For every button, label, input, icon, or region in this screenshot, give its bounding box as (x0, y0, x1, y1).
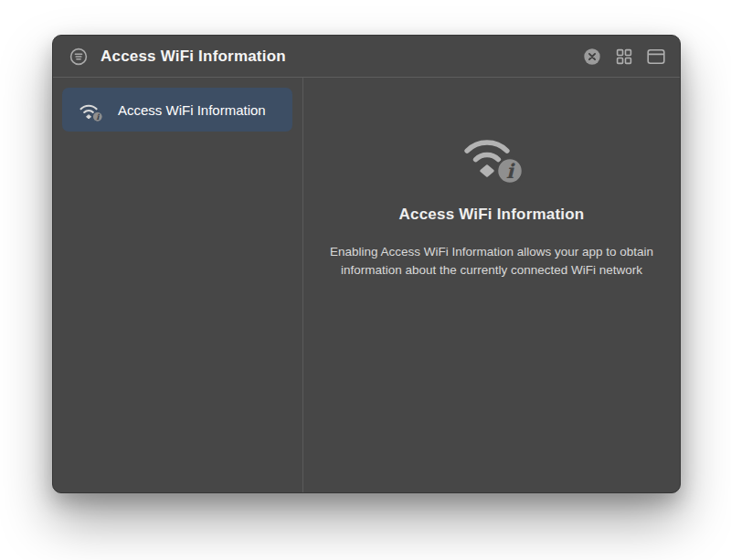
window-panel-icon[interactable] (645, 46, 667, 68)
wifi-info-icon: i (452, 120, 531, 185)
capability-window: Access WiFi Information (52, 35, 681, 493)
detail-panel: i Access WiFi Information Enabling Acces… (303, 78, 680, 492)
wifi-info-icon: i (75, 97, 106, 122)
sidebar-item-label: Access WiFi Information (118, 102, 266, 118)
detail-heading: Access WiFi Information (399, 206, 585, 224)
sidebar: i Access WiFi Information (53, 78, 303, 492)
content-area: i Access WiFi Information i Access WiFi … (53, 78, 680, 492)
titlebar: Access WiFi Information (53, 36, 680, 78)
grid-view-icon[interactable] (613, 46, 635, 68)
detail-description: Enabling Access WiFi Information allows … (305, 243, 678, 280)
titlebar-actions (581, 46, 667, 68)
sidebar-item-access-wifi-information[interactable]: i Access WiFi Information (62, 88, 292, 132)
filter-circle-icon[interactable] (68, 46, 90, 68)
close-circle-icon[interactable] (581, 46, 603, 68)
window-title: Access WiFi Information (101, 48, 581, 66)
